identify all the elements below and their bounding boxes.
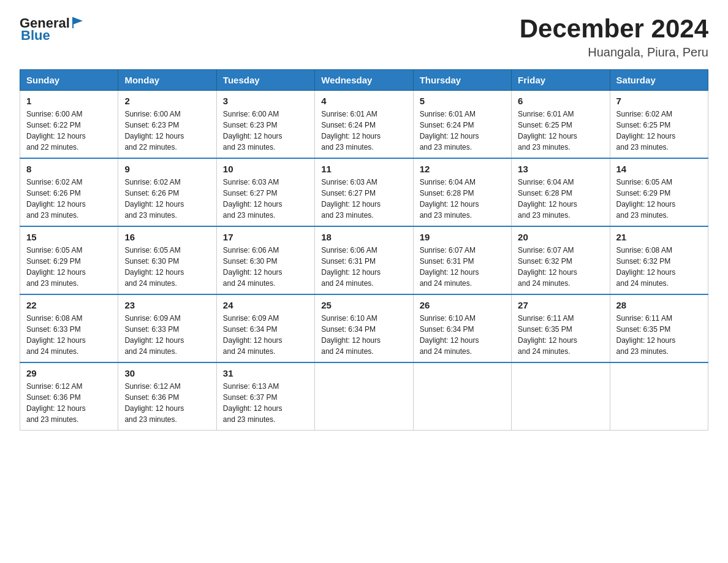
calendar-day-cell: 12 Sunrise: 6:04 AMSunset: 6:28 PMDaylig… [413,158,511,226]
calendar-day-cell: 10 Sunrise: 6:03 AMSunset: 6:27 PMDaylig… [216,158,314,226]
calendar-day-cell: 4 Sunrise: 6:01 AMSunset: 6:24 PMDayligh… [315,91,413,159]
day-info: Sunrise: 6:00 AMSunset: 6:23 PMDaylight:… [223,110,282,151]
day-number: 10 [223,164,308,174]
day-info: Sunrise: 6:04 AMSunset: 6:28 PMDaylight:… [518,178,577,220]
calendar-day-cell: 6 Sunrise: 6:01 AMSunset: 6:25 PMDayligh… [512,91,610,159]
calendar-day-cell: 29 Sunrise: 6:12 AMSunset: 6:36 PMDaylig… [20,362,118,431]
day-number: 12 [420,164,505,174]
calendar-header-cell: Monday [118,70,216,91]
logo: General Blue [20,15,85,42]
day-info: Sunrise: 6:11 AMSunset: 6:35 PMDaylight:… [518,314,577,356]
calendar-day-cell: 27 Sunrise: 6:11 AMSunset: 6:35 PMDaylig… [512,294,610,362]
day-number: 17 [223,232,308,242]
calendar-day-cell: 28 Sunrise: 6:11 AMSunset: 6:35 PMDaylig… [610,294,708,362]
calendar-day-cell: 14 Sunrise: 6:05 AMSunset: 6:29 PMDaylig… [610,158,708,226]
calendar-table: SundayMondayTuesdayWednesdayThursdayFrid… [20,69,708,431]
page-header: General Blue December 2024 Huangala, Piu… [20,15,708,59]
day-info: Sunrise: 6:02 AMSunset: 6:26 PMDaylight:… [26,178,86,220]
calendar-header-row: SundayMondayTuesdayWednesdayThursdayFrid… [20,70,708,91]
day-number: 8 [26,164,112,174]
day-number: 11 [321,164,406,174]
calendar-day-cell [315,362,413,431]
day-info: Sunrise: 6:01 AMSunset: 6:24 PMDaylight:… [420,110,479,151]
calendar-header-cell: Thursday [413,70,511,91]
calendar-day-cell: 9 Sunrise: 6:02 AMSunset: 6:26 PMDayligh… [118,158,216,226]
calendar-week-row: 8 Sunrise: 6:02 AMSunset: 6:26 PMDayligh… [20,158,708,226]
day-number: 22 [26,300,112,310]
day-info: Sunrise: 6:05 AMSunset: 6:29 PMDaylight:… [26,246,86,288]
calendar-day-cell: 19 Sunrise: 6:07 AMSunset: 6:31 PMDaylig… [413,226,511,294]
day-info: Sunrise: 6:12 AMSunset: 6:36 PMDaylight:… [124,382,184,424]
day-info: Sunrise: 6:02 AMSunset: 6:26 PMDaylight:… [124,178,184,220]
day-info: Sunrise: 6:01 AMSunset: 6:25 PMDaylight:… [518,110,577,151]
calendar-week-row: 22 Sunrise: 6:08 AMSunset: 6:33 PMDaylig… [20,294,708,362]
day-number: 27 [518,300,603,310]
day-info: Sunrise: 6:06 AMSunset: 6:31 PMDaylight:… [321,246,381,288]
calendar-header-cell: Saturday [610,70,708,91]
day-info: Sunrise: 6:10 AMSunset: 6:34 PMDaylight:… [321,314,381,356]
calendar-day-cell [512,362,610,431]
calendar-day-cell: 30 Sunrise: 6:12 AMSunset: 6:36 PMDaylig… [118,362,216,431]
day-info: Sunrise: 6:03 AMSunset: 6:27 PMDaylight:… [321,178,381,220]
day-number: 9 [124,164,210,174]
day-info: Sunrise: 6:04 AMSunset: 6:28 PMDaylight:… [420,178,479,220]
calendar-header-cell: Tuesday [216,70,314,91]
day-info: Sunrise: 6:07 AMSunset: 6:31 PMDaylight:… [420,246,479,288]
day-number: 16 [124,232,210,242]
day-number: 21 [616,232,702,242]
day-number: 4 [321,96,406,106]
logo-blue-text: Blue [21,29,85,42]
calendar-header-cell: Sunday [20,70,118,91]
calendar-day-cell: 25 Sunrise: 6:10 AMSunset: 6:34 PMDaylig… [315,294,413,362]
day-number: 28 [616,300,702,310]
day-info: Sunrise: 6:12 AMSunset: 6:36 PMDaylight:… [26,382,86,424]
day-number: 26 [420,300,505,310]
logo-flag-icon [72,16,85,29]
calendar-day-cell: 13 Sunrise: 6:04 AMSunset: 6:28 PMDaylig… [512,158,610,226]
calendar-day-cell: 31 Sunrise: 6:13 AMSunset: 6:37 PMDaylig… [216,362,314,431]
day-info: Sunrise: 6:00 AMSunset: 6:23 PMDaylight:… [124,110,184,151]
day-number: 13 [518,164,603,174]
day-info: Sunrise: 6:13 AMSunset: 6:37 PMDaylight:… [223,382,282,424]
day-info: Sunrise: 6:06 AMSunset: 6:30 PMDaylight:… [223,246,282,288]
calendar-day-cell: 23 Sunrise: 6:09 AMSunset: 6:33 PMDaylig… [118,294,216,362]
calendar-day-cell: 7 Sunrise: 6:02 AMSunset: 6:25 PMDayligh… [610,91,708,159]
day-number: 19 [420,232,505,242]
calendar-day-cell: 16 Sunrise: 6:05 AMSunset: 6:30 PMDaylig… [118,226,216,294]
day-info: Sunrise: 6:08 AMSunset: 6:32 PMDaylight:… [616,246,676,288]
calendar-day-cell: 3 Sunrise: 6:00 AMSunset: 6:23 PMDayligh… [216,91,314,159]
day-info: Sunrise: 6:07 AMSunset: 6:32 PMDaylight:… [518,246,577,288]
calendar-day-cell: 15 Sunrise: 6:05 AMSunset: 6:29 PMDaylig… [20,226,118,294]
day-number: 15 [26,232,112,242]
day-number: 6 [518,96,603,106]
calendar-day-cell: 8 Sunrise: 6:02 AMSunset: 6:26 PMDayligh… [20,158,118,226]
calendar-day-cell: 22 Sunrise: 6:08 AMSunset: 6:33 PMDaylig… [20,294,118,362]
day-number: 29 [26,368,112,378]
month-title: December 2024 [520,15,708,43]
day-info: Sunrise: 6:05 AMSunset: 6:29 PMDaylight:… [616,178,676,220]
day-number: 23 [124,300,210,310]
calendar-week-row: 1 Sunrise: 6:00 AMSunset: 6:22 PMDayligh… [20,91,708,159]
day-info: Sunrise: 6:09 AMSunset: 6:34 PMDaylight:… [223,314,282,356]
day-info: Sunrise: 6:02 AMSunset: 6:25 PMDaylight:… [616,110,676,151]
day-info: Sunrise: 6:05 AMSunset: 6:30 PMDaylight:… [124,246,184,288]
svg-marker-0 [73,17,83,25]
day-info: Sunrise: 6:09 AMSunset: 6:33 PMDaylight:… [124,314,184,356]
day-info: Sunrise: 6:01 AMSunset: 6:24 PMDaylight:… [321,110,381,151]
title-area: December 2024 Huangala, Piura, Peru [520,15,708,59]
day-number: 24 [223,300,308,310]
calendar-header-cell: Wednesday [315,70,413,91]
calendar-day-cell: 1 Sunrise: 6:00 AMSunset: 6:22 PMDayligh… [20,91,118,159]
calendar-day-cell: 24 Sunrise: 6:09 AMSunset: 6:34 PMDaylig… [216,294,314,362]
day-info: Sunrise: 6:10 AMSunset: 6:34 PMDaylight:… [420,314,479,356]
day-number: 2 [124,96,210,106]
calendar-week-row: 29 Sunrise: 6:12 AMSunset: 6:36 PMDaylig… [20,362,708,431]
day-info: Sunrise: 6:00 AMSunset: 6:22 PMDaylight:… [26,110,86,151]
calendar-day-cell: 11 Sunrise: 6:03 AMSunset: 6:27 PMDaylig… [315,158,413,226]
day-number: 30 [124,368,210,378]
day-number: 25 [321,300,406,310]
calendar-day-cell: 5 Sunrise: 6:01 AMSunset: 6:24 PMDayligh… [413,91,511,159]
day-number: 5 [420,96,505,106]
calendar-day-cell: 21 Sunrise: 6:08 AMSunset: 6:32 PMDaylig… [610,226,708,294]
day-info: Sunrise: 6:11 AMSunset: 6:35 PMDaylight:… [616,314,676,356]
